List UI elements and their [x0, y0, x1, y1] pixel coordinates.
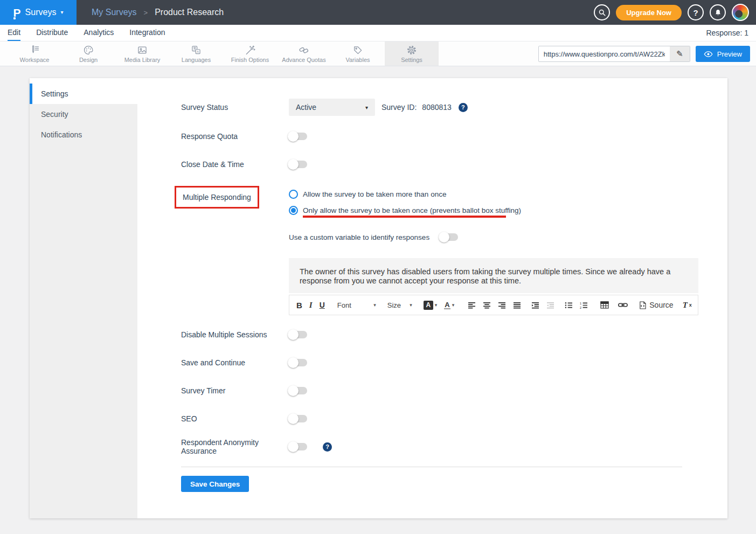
multiple-responding-row: Multiple Responding Allow the survey to …: [181, 186, 727, 218]
align-center-button[interactable]: [483, 302, 491, 309]
image-icon: [136, 45, 148, 56]
align-left-button[interactable]: [468, 302, 476, 309]
anonymity-row: Respondent Anonymity Assurance ?: [181, 441, 727, 452]
topbar-actions: Upgrade Now ?: [594, 4, 756, 21]
notifications-button[interactable]: [710, 4, 726, 20]
radio-only-once[interactable]: Only allow the survey to be taken once (…: [289, 206, 521, 215]
radio-unselected-icon: [289, 190, 298, 199]
questionpro-logo-icon: P: [13, 7, 21, 18]
insert-link-button[interactable]: [618, 302, 628, 308]
annotation-red-underline: [303, 216, 506, 218]
tab-analytics[interactable]: Analytics: [84, 25, 114, 41]
italic-button[interactable]: I: [309, 301, 313, 310]
insert-table-button[interactable]: [600, 301, 609, 309]
multiple-responding-options: Allow the survey to be taken more than o…: [289, 186, 521, 218]
source-button[interactable]: Source: [639, 301, 673, 309]
multiple-response-message[interactable]: The owner of this survey has disabled us…: [289, 258, 698, 293]
seo-toggle[interactable]: [289, 415, 307, 422]
edit-toolbar: Workspace Design Media Library A Languag…: [0, 41, 756, 66]
radio-allow-multiple[interactable]: Allow the survey to be taken more than o…: [289, 190, 521, 199]
tab-edit[interactable]: Edit: [8, 25, 20, 41]
survey-status-dropdown[interactable]: Active ▾: [289, 99, 375, 116]
sidebar-item-security[interactable]: Security: [30, 104, 137, 124]
outdent-button[interactable]: [546, 302, 554, 309]
response-quota-toggle[interactable]: [289, 133, 307, 140]
toolbar-right-group: ✎ Preview: [538, 46, 750, 62]
magic-wand-icon: [244, 45, 256, 56]
source-code-icon: [639, 301, 646, 309]
search-button[interactable]: [594, 4, 610, 20]
outdent-icon: [546, 302, 554, 309]
toolbar-item-design[interactable]: Design: [61, 41, 115, 66]
sidebar-item-settings[interactable]: Settings: [30, 84, 137, 104]
table-icon: [600, 301, 609, 309]
toolbar-item-advance-quotas[interactable]: Advance Quotas: [277, 41, 331, 66]
sidebar-item-notifications[interactable]: Notifications: [30, 124, 137, 145]
tag-icon: [352, 45, 364, 56]
surveys-product-menu[interactable]: P Surveys ▾: [0, 0, 77, 25]
align-justify-icon: [513, 302, 521, 309]
translate-icon: A: [190, 45, 202, 56]
font-dropdown[interactable]: Font ▾: [337, 301, 376, 309]
text-color-button[interactable]: A ▾: [444, 301, 454, 309]
breadcrumb-separator-icon: >: [144, 9, 148, 17]
toolbar-item-workspace[interactable]: Workspace: [8, 41, 61, 66]
bottom-divider: [181, 467, 682, 467]
survey-nav-tabs: Edit Distribute Analytics Integration Re…: [0, 25, 756, 41]
toolbar-item-variables[interactable]: Variables: [331, 41, 385, 66]
annotation-red-box: Multiple Responding: [175, 186, 259, 209]
tab-distribute[interactable]: Distribute: [36, 25, 68, 41]
edit-url-button[interactable]: ✎: [670, 46, 690, 61]
gear-icon: [406, 45, 418, 56]
preview-button[interactable]: Preview: [696, 46, 750, 62]
survey-timer-toggle[interactable]: [289, 387, 307, 394]
help-button[interactable]: ?: [688, 4, 704, 20]
indent-icon: [531, 302, 539, 309]
numbered-list-button[interactable]: 12: [580, 302, 588, 309]
align-center-icon: [483, 302, 491, 309]
close-date-label: Close Date & Time: [181, 160, 289, 169]
indent-button[interactable]: [531, 302, 539, 309]
save-continue-toggle[interactable]: [289, 359, 307, 366]
disable-sessions-toggle[interactable]: [289, 331, 307, 338]
chevron-down-icon: ▾: [365, 105, 368, 110]
bullet-list-button[interactable]: [565, 302, 573, 309]
survey-url-input[interactable]: [539, 46, 670, 61]
toolbar-item-finish-options[interactable]: Finish Options: [223, 41, 277, 66]
save-changes-button[interactable]: Save Changes: [181, 476, 249, 492]
align-right-button[interactable]: [498, 302, 506, 309]
background-color-button[interactable]: A ▾: [424, 301, 438, 310]
custom-variable-toggle[interactable]: [440, 233, 458, 241]
toolbar-item-languages[interactable]: A Languages: [169, 41, 223, 66]
sidebar-background: Security Notifications: [30, 104, 137, 518]
product-name: Surveys: [25, 8, 57, 17]
close-date-toggle[interactable]: [289, 161, 307, 168]
toolbar-item-settings[interactable]: Settings: [385, 41, 439, 66]
tab-integration[interactable]: Integration: [129, 25, 165, 41]
toolbar-item-media-library[interactable]: Media Library: [115, 41, 169, 66]
survey-status-row: Survey Status Active ▾ Survey ID: 808081…: [181, 99, 727, 116]
align-justify-button[interactable]: [513, 302, 521, 309]
survey-status-label: Survey Status: [181, 103, 289, 112]
top-bar: P Surveys ▾ My Surveys > Product Researc…: [0, 0, 756, 25]
anonymity-toggle[interactable]: [289, 443, 307, 450]
underline-button[interactable]: U: [320, 301, 325, 309]
bell-icon: [714, 9, 722, 17]
breadcrumb-my-surveys[interactable]: My Surveys: [92, 8, 137, 17]
custom-variable-row: Use a custom variable to identify respon…: [289, 232, 727, 242]
remove-format-button[interactable]: Tx: [683, 301, 692, 310]
question-mark-icon: ?: [693, 8, 698, 17]
close-date-row: Close Date & Time: [181, 159, 727, 170]
survey-id-help-icon[interactable]: ?: [459, 103, 468, 112]
user-avatar[interactable]: [732, 4, 749, 21]
breadcrumb: My Surveys > Product Research: [92, 8, 224, 17]
size-dropdown[interactable]: Size ▾: [387, 301, 412, 309]
multiple-responding-label-cell: Multiple Responding: [181, 186, 289, 209]
numbered-list-icon: 12: [580, 302, 588, 309]
response-quota-row: Response Quota: [181, 131, 727, 142]
anonymity-help-icon[interactable]: ?: [323, 442, 332, 452]
search-icon: [598, 9, 606, 17]
upgrade-now-button[interactable]: Upgrade Now: [616, 5, 682, 20]
bold-button[interactable]: B: [296, 301, 302, 310]
svg-text:1: 1: [580, 302, 581, 305]
